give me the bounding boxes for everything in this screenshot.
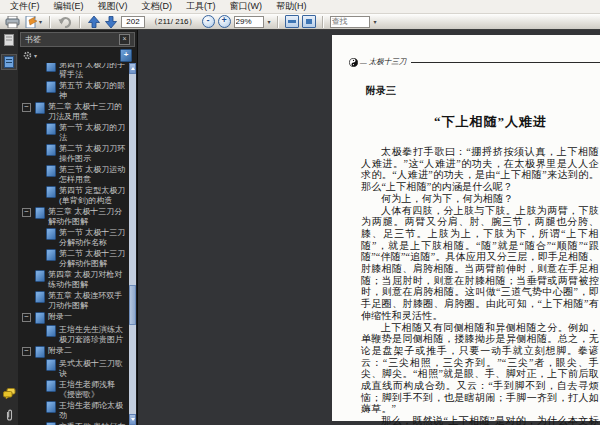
bookmark-item[interactable]: − 第二节 太极十三刀分解动作图解 xyxy=(18,249,128,269)
collapse-toggle-icon[interactable]: − xyxy=(22,347,31,356)
bookmark-item[interactable]: − 附录一 xyxy=(18,312,128,324)
toolbar-separator xyxy=(79,16,81,28)
bookmark-label: 附录二 xyxy=(48,346,127,356)
toolbar-separator xyxy=(277,16,279,28)
article-title: “下上相随”人难进 xyxy=(372,113,600,131)
bookmark-item[interactable]: − 第五节 太极刀的眼神 xyxy=(18,81,128,101)
menu-item[interactable]: 编辑(E) xyxy=(47,0,91,13)
zoom-in-button[interactable]: + xyxy=(218,15,231,28)
header-rule xyxy=(411,62,600,63)
bookmarks-scrollbar[interactable] xyxy=(129,63,136,425)
bookmarks-tree: − 第四节 太极刀的手臂手法 − 第五节 太极刀的眼神 − 第二章 太极十三刀的… xyxy=(18,63,137,425)
bookmark-page-icon xyxy=(35,312,45,324)
bookmark-label: 吴式太极十三刀歌诀 xyxy=(59,359,127,379)
scrollbar-track[interactable] xyxy=(129,74,136,414)
options-gear-icon[interactable] xyxy=(23,51,32,60)
bookmark-item[interactable]: − 第三章 太极十三刀分解动作图解 xyxy=(18,207,128,227)
bookmark-label: 第二节 太极十三刀分解动作图解 xyxy=(59,249,127,269)
find-input[interactable] xyxy=(330,16,370,28)
previous-page-button[interactable] xyxy=(87,15,101,29)
bookmark-item[interactable]: − 第二章 太极十三刀的刀法及用意 xyxy=(18,102,128,122)
export-icon xyxy=(25,16,38,28)
collapse-toggle-icon[interactable]: − xyxy=(22,103,31,112)
pdf-reader-window: 文件(F)编辑(E)视图(V)文档(D)工具(T)窗口(W)帮助(H) ▾ xyxy=(0,0,600,425)
zoom-out-button[interactable]: - xyxy=(202,15,215,28)
bookmark-item[interactable]: − 第二节 太极刀刀环操作图示 xyxy=(18,144,128,164)
collapse-toggle-icon[interactable]: − xyxy=(22,313,31,322)
bookmark-page-icon xyxy=(46,325,56,337)
export-dropdown-icon[interactable]: ▾ xyxy=(39,18,42,25)
attachments-panel-button[interactable] xyxy=(2,408,16,422)
zoom-level-input[interactable] xyxy=(234,16,264,28)
bookmark-item[interactable]: − 第四节 定型太极刀(单背剑)的构造 xyxy=(18,186,128,206)
previous-view-icon xyxy=(58,16,72,28)
bookmark-page-icon xyxy=(46,186,56,198)
scroll-up-button[interactable] xyxy=(129,63,136,74)
find-dropdown-icon[interactable]: ▾ xyxy=(374,18,377,25)
header-dash: — xyxy=(360,58,367,67)
toolbar-separator xyxy=(49,16,51,28)
bookmark-item[interactable]: − 第四节 太极刀的手臂手法 xyxy=(18,63,128,80)
appendix-label: 附录三 xyxy=(366,84,600,98)
page-number-input[interactable] xyxy=(121,16,145,28)
bookmarks-toolbar: ▾ + xyxy=(18,48,137,63)
bookmark-item[interactable]: − 第五章 太极连环双手刀动作图解 xyxy=(18,291,128,311)
scrollbar-thumb[interactable] xyxy=(129,285,136,325)
menu-item[interactable]: 帮助(H) xyxy=(269,0,314,13)
fit-page-icon[interactable] xyxy=(302,15,316,28)
toolbar-separator xyxy=(322,16,324,28)
navigation-strip xyxy=(0,30,18,425)
fit-width-icon[interactable] xyxy=(285,15,299,28)
menubar: 文件(F)编辑(E)视图(V)文档(D)工具(T)窗口(W)帮助(H) xyxy=(0,0,600,14)
bookmarks-panel: 书签 × ▾ + − 第四节 太极刀的手臂手法 − xyxy=(18,30,138,425)
collapse-toggle-icon[interactable]: − xyxy=(22,208,31,217)
zoom-dropdown-icon[interactable]: ▾ xyxy=(268,18,271,25)
bookmark-page-icon xyxy=(46,165,56,177)
comments-panel-button[interactable] xyxy=(2,386,16,400)
bookmark-item[interactable]: − 王培生老师论太极劲 xyxy=(18,401,128,421)
bookmark-item[interactable]: − 第一节 太极刀的刀法 xyxy=(18,123,128,143)
pages-panel-button[interactable] xyxy=(2,33,16,47)
bookmark-item[interactable]: − 第一节 太极十三刀分解动作名称 xyxy=(18,228,128,248)
scroll-down-button[interactable] xyxy=(129,414,136,425)
bookmark-label: 第三章 太极十三刀分解动作图解 xyxy=(48,207,127,227)
menu-item[interactable]: 窗口(W) xyxy=(223,0,270,13)
previous-view-button[interactable] xyxy=(57,15,73,29)
bookmark-item[interactable]: − 第四章 太极刀对枪对练动作图解 xyxy=(18,270,128,290)
bookmark-page-icon xyxy=(46,81,56,93)
menu-item[interactable]: 文档(D) xyxy=(135,0,180,13)
bookmark-page-icon xyxy=(46,63,56,72)
bookmark-label: 第一节 太极十三刀分解动作名称 xyxy=(59,228,127,248)
bookmark-item[interactable]: − 第三节 太极刀运动怎样用意 xyxy=(18,165,128,185)
bookmark-page-icon xyxy=(46,359,56,371)
bookmarks-panel-button[interactable] xyxy=(2,55,16,69)
document-view[interactable]: — 太极十三刀 附录三 “下上相随”人难进 太极拳打手歌曰：“掤捋挤按须认真，上… xyxy=(138,30,600,425)
bookmark-page-icon xyxy=(46,249,56,261)
menu-item[interactable]: 工具(T) xyxy=(179,0,223,13)
page-running-header: — 太极十三刀 xyxy=(349,57,600,67)
print-button[interactable] xyxy=(4,15,21,29)
bookmark-label: 第一节 太极刀的刀法 xyxy=(59,123,127,143)
menu-item[interactable]: 文件(F) xyxy=(3,0,47,13)
bookmark-page-icon xyxy=(35,346,45,358)
bookmark-item[interactable]: − 吴式太极十三刀歌诀 xyxy=(18,359,128,379)
close-panel-button[interactable]: × xyxy=(119,34,130,45)
bookmark-label: 第五节 太极刀的眼神 xyxy=(59,81,127,101)
options-dropdown-icon[interactable]: ▾ xyxy=(34,52,37,59)
book-title: 太极十三刀 xyxy=(369,57,407,67)
bookmark-label: 第四节 定型太极刀(单背剑)的构造 xyxy=(59,186,127,206)
next-page-button[interactable] xyxy=(104,15,118,29)
bookmark-item[interactable]: − 王培生老师浅释《授密歌》 xyxy=(18,380,128,400)
bookmark-page-icon xyxy=(46,380,56,392)
taiji-icon xyxy=(349,58,358,67)
new-bookmark-button[interactable]: + xyxy=(120,49,132,62)
bookmark-item[interactable]: − 王培生先生演练太极刀套路珍贵图片 xyxy=(18,325,128,345)
bookmarks-panel-header: 书签 × xyxy=(20,32,135,47)
export-button[interactable]: ▾ xyxy=(24,15,43,29)
bookmark-label: 王培生先生演练太极刀套路珍贵图片 xyxy=(59,325,127,345)
previous-page-icon xyxy=(88,16,100,28)
menu-item[interactable]: 视图(V) xyxy=(91,0,135,13)
bookmark-item[interactable]: − 附录二 xyxy=(18,346,128,358)
bookmark-label: 第五章 太极连环双手刀动作图解 xyxy=(48,291,127,311)
article-body: 太极拳打手歌曰：“掤捋挤按须认真，上下相随人难进。”这“人难进”的功夫，在太极界… xyxy=(361,146,599,425)
